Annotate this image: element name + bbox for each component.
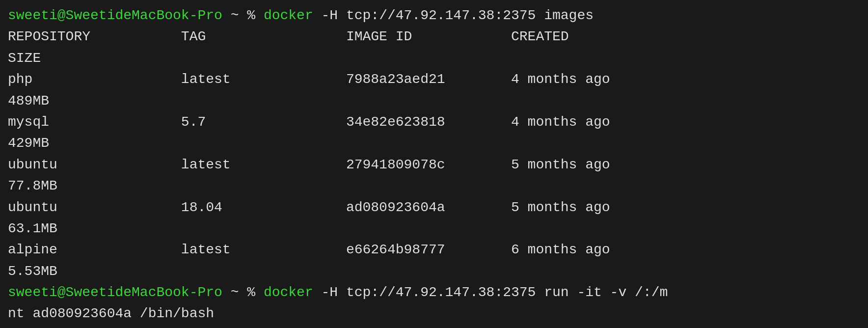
command-docker-1: docker xyxy=(264,8,313,23)
row-alpine-repo: alpine latest e66264b98777 6 months ago xyxy=(8,242,610,257)
row-ubuntu-1804-repo: ubuntu 18.04 ad080923604a 5 months ago xyxy=(8,200,610,215)
prompt-separator-2: ~ % xyxy=(222,285,264,300)
table-row-php-size: 489MB xyxy=(8,90,860,111)
row-ubuntu-1804-size: 63.1MB xyxy=(8,221,57,236)
table-row-alpine-size: 5.53MB xyxy=(8,261,860,282)
prompt-user-host-1: sweeti@SweetideMacBook-Pro xyxy=(8,8,222,23)
table-row-mysql-size: 429MB xyxy=(8,133,860,154)
table-row-ubuntu-latest-size: 77.8MB xyxy=(8,175,860,196)
prompt-user-host-2: sweeti@SweetideMacBook-Pro xyxy=(8,285,222,300)
table-row-ubuntu-latest-main: ubuntu latest 27941809078c 5 months ago xyxy=(8,154,860,175)
table-row-ubuntu-1804-main: ubuntu 18.04 ad080923604a 5 months ago xyxy=(8,197,860,218)
table-row-alpine-main: alpine latest e66264b98777 6 months ago xyxy=(8,239,860,260)
command-args-2: -H tcp://47.92.147.38:2375 run -it -v /:… xyxy=(313,285,668,300)
table-header-size: SIZE xyxy=(8,48,860,69)
command-line-1: sweeti@SweetideMacBook-Pro ~ % docker -H… xyxy=(8,5,860,26)
row-ubuntu-latest-repo: ubuntu latest 27941809078c 5 months ago xyxy=(8,157,610,172)
command-line-3[interactable]: root@2d04c03bf7ad:/# xyxy=(8,325,860,328)
table-row-ubuntu-1804-size: 63.1MB xyxy=(8,218,860,239)
command-line-2-cont: nt ad080923604a /bin/bash xyxy=(8,303,860,324)
row-php-repo: php latest 7988a23aed21 4 months ago xyxy=(8,72,610,87)
row-alpine-size: 5.53MB xyxy=(8,264,57,279)
table-header: REPOSITORY TAG IMAGE ID CREATED xyxy=(8,26,860,47)
command-line-2: sweeti@SweetideMacBook-Pro ~ % docker -H… xyxy=(8,282,860,303)
command-docker-2: docker xyxy=(264,285,313,300)
col-size: SIZE xyxy=(8,51,41,66)
table-row-mysql-main: mysql 5.7 34e82e623818 4 months ago xyxy=(8,111,860,133)
terminal-window: sweeti@SweetideMacBook-Pro ~ % docker -H… xyxy=(0,0,868,328)
prompt-separator-1: ~ % xyxy=(222,8,264,23)
command-cont: nt ad080923604a /bin/bash xyxy=(8,306,214,321)
command-args-1: -H tcp://47.92.147.38:2375 images xyxy=(313,8,594,23)
table-row-php-main: php latest 7988a23aed21 4 months ago xyxy=(8,69,860,90)
row-php-size: 489MB xyxy=(8,93,49,109)
col-repository: REPOSITORY TAG IMAGE ID CREATED xyxy=(8,29,569,44)
row-mysql-repo: mysql 5.7 34e82e623818 4 months ago xyxy=(8,114,610,130)
row-mysql-size: 429MB xyxy=(8,136,49,151)
row-ubuntu-latest-size: 77.8MB xyxy=(8,178,57,193)
